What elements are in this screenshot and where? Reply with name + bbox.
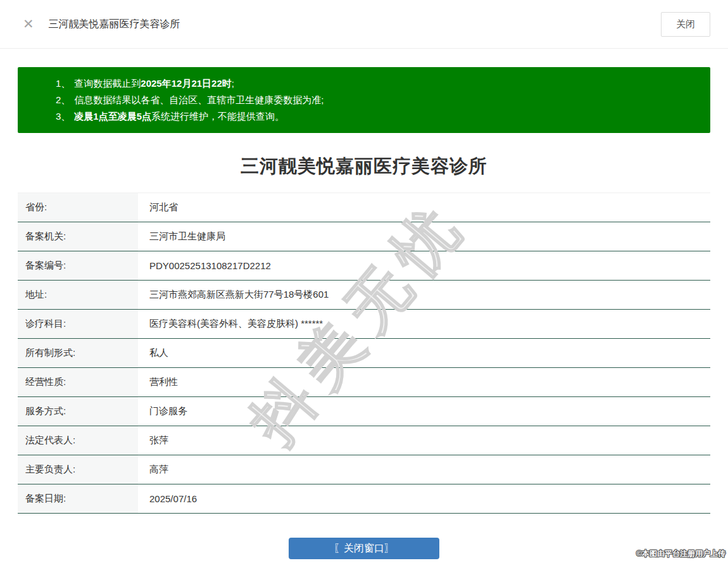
row-value: 河北省 (138, 201, 178, 213)
table-row: 经营性质: 营利性 (18, 368, 710, 397)
notice-line: 3、凌晨1点至凌晨5点系统进行维护，不能提供查询。 (56, 108, 698, 125)
notice-line-number: 1、 (56, 78, 70, 89)
notice-text-segment: 凌晨1点至凌晨5点 (74, 111, 151, 122)
close-button[interactable]: 关闭 (661, 12, 710, 37)
row-label: 备案编号: (18, 251, 138, 280)
row-value: 三河市燕郊高新区燕新大街77号18号楼601 (138, 289, 329, 301)
row-label: 经营性质: (18, 368, 138, 396)
row-label: 备案日期: (18, 484, 138, 513)
notice-text-segment: ; (232, 78, 234, 89)
notice-line: 1、查询数据截止到2025年12月21日22时; (56, 75, 698, 92)
row-label: 诊疗科目: (18, 310, 138, 338)
close-icon[interactable]: ✕ (23, 16, 34, 32)
row-value: 私人 (138, 347, 168, 359)
attribution-stamp: ©本图由平台注册用户上传 (636, 548, 725, 559)
row-value: 三河市卫生健康局 (138, 231, 225, 243)
notice-text-segment: 查询数据截止到 (74, 78, 141, 89)
row-label: 地址: (18, 281, 138, 309)
table-row: 地址: 三河市燕郊高新区燕新大街77号18号楼601 (18, 281, 710, 310)
table-row: 法定代表人: 张萍 (18, 426, 710, 455)
top-bar: ✕ 三河靓美悦嘉丽医疗美容诊所 关闭 (0, 0, 728, 49)
row-label: 省份: (18, 193, 138, 222)
notice-banner: 1、查询数据截止到2025年12月21日22时; 2、信息数据结果以各省、自治区… (18, 67, 710, 133)
notice-text-segment: 2025年12月21日22时 (141, 78, 231, 89)
row-value: 营利性 (138, 376, 178, 388)
notice-line-number: 2、 (56, 94, 70, 105)
detail-table: 省份: 河北省 备案机关: 三河市卫生健康局 备案编号: PDY00252513… (18, 193, 710, 514)
table-row: 诊疗科目: 医疗美容科(美容外科、美容皮肤科) ****** (18, 310, 710, 339)
table-row: 备案编号: PDY00252513108217D2212 (18, 251, 710, 281)
close-window-button[interactable]: 〖关闭窗口〗 (289, 538, 439, 559)
row-value: 医疗美容科(美容外科、美容皮肤科) ****** (138, 318, 323, 330)
table-row: 备案日期: 2025/07/16 (18, 484, 710, 514)
record-title: 三河靓美悦嘉丽医疗美容诊所 (0, 154, 728, 179)
row-value: PDY00252513108217D2212 (138, 260, 271, 271)
table-row: 所有制形式: 私人 (18, 339, 710, 368)
notice-line: 2、信息数据结果以各省、自治区、直辖市卫生健康委数据为准; (56, 92, 698, 108)
row-label: 服务方式: (18, 397, 138, 426)
notice-lines: 1、查询数据截止到2025年12月21日22时; 2、信息数据结果以各省、自治区… (56, 75, 698, 125)
notice-line-number: 3、 (56, 111, 70, 122)
notice-text-segment: 系统进行维护，不能提供查询。 (151, 111, 284, 122)
row-label: 所有制形式: (18, 339, 138, 367)
table-row: 主要负责人: 高萍 (18, 455, 710, 484)
table-row: 服务方式: 门诊服务 (18, 397, 710, 426)
notice-text-segment: 信息数据结果以各省、自治区、直辖市卫生健康委数据为准; (74, 94, 323, 105)
row-label: 主要负责人: (18, 455, 138, 484)
row-label: 备案机关: (18, 222, 138, 251)
table-row: 备案机关: 三河市卫生健康局 (18, 222, 710, 251)
row-label: 法定代表人: (18, 426, 138, 455)
window-title: 三河靓美悦嘉丽医疗美容诊所 (49, 18, 180, 31)
row-value: 2025/07/16 (138, 493, 197, 504)
row-value: 高萍 (138, 464, 168, 476)
bottom-button-area: 〖关闭窗口〗 (0, 538, 728, 559)
table-row: 省份: 河北省 (18, 193, 710, 222)
row-value: 张萍 (138, 434, 168, 446)
row-value: 门诊服务 (138, 405, 187, 417)
